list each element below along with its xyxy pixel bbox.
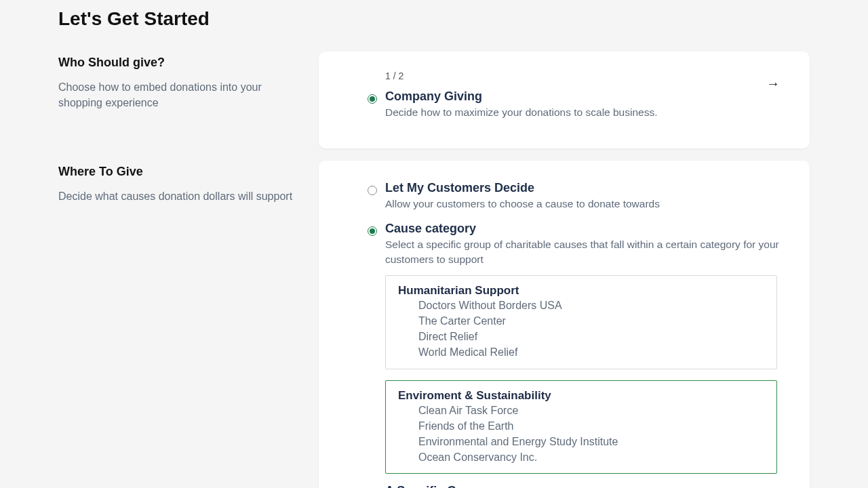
cause-category-name: Enviroment & Sustainability (398, 389, 764, 403)
option-cause-category[interactable]: Cause category Select a specific group o… (368, 220, 780, 270)
step-indicator: 1 / 2 (368, 70, 780, 81)
who-desc: Choose how to embed donations into your … (58, 79, 302, 110)
specific-cause-title: A Specific Cause (385, 484, 780, 488)
option-company-giving[interactable]: Company Giving Decide how to maximize yo… (368, 88, 780, 129)
cause-org-item: Friends of the Earth (398, 418, 764, 434)
option-specific-cause[interactable]: A Specific Cause Choose a specific chari… (368, 476, 780, 488)
cause-category-title: Cause category (385, 222, 780, 236)
who-card: → 1 / 2 Company Giving Decide how to max… (319, 52, 810, 148)
next-arrow-icon[interactable]: → (766, 76, 780, 92)
cause-org-item: The Carter Center (398, 313, 764, 329)
who-title: Who Should give? (58, 56, 302, 70)
section-who: Who Should give? Choose how to embed don… (58, 52, 810, 148)
company-giving-title: Company Giving (385, 89, 780, 104)
cause-category-desc: Select a specific group of charitable ca… (385, 237, 780, 266)
section-where: Where To Give Decide what causes donatio… (58, 161, 810, 488)
radio-company-giving[interactable] (368, 94, 377, 104)
cause-category-name: Humanitarian Support (398, 284, 764, 298)
cause-category-box[interactable]: Enviroment & SustainabilityClean Air Tas… (385, 380, 777, 474)
where-desc: Decide what causes donation dollars will… (58, 188, 302, 204)
cause-org-item: Ocean Conservancy Inc. (398, 449, 764, 465)
cause-org-item: Direct Relief (398, 329, 764, 344)
page-title: Let's Get Started (58, 8, 810, 30)
cause-org-item: Environmental and Energy Study Institute (398, 434, 764, 449)
cause-org-item: World Medical Relief (398, 344, 764, 360)
cause-list-scroll[interactable]: Humanitarian SupportDoctors Without Bord… (385, 275, 780, 476)
where-card: Let My Customers Decide Allow your custo… (319, 161, 810, 488)
let-customers-title: Let My Customers Decide (385, 181, 780, 195)
let-customers-desc: Allow your customers to choose a cause t… (385, 197, 780, 211)
cause-org-item: Doctors Without Borders USA (398, 298, 764, 313)
radio-let-customers[interactable] (368, 186, 377, 195)
cause-category-box[interactable]: Humanitarian SupportDoctors Without Bord… (385, 275, 777, 369)
where-title: Where To Give (58, 165, 302, 179)
cause-org-item: Clean Air Task Force (398, 403, 764, 418)
option-let-customers[interactable]: Let My Customers Decide Allow your custo… (368, 180, 780, 221)
company-giving-desc: Decide how to maximize your donations to… (385, 105, 780, 120)
radio-cause-category[interactable] (368, 226, 377, 236)
